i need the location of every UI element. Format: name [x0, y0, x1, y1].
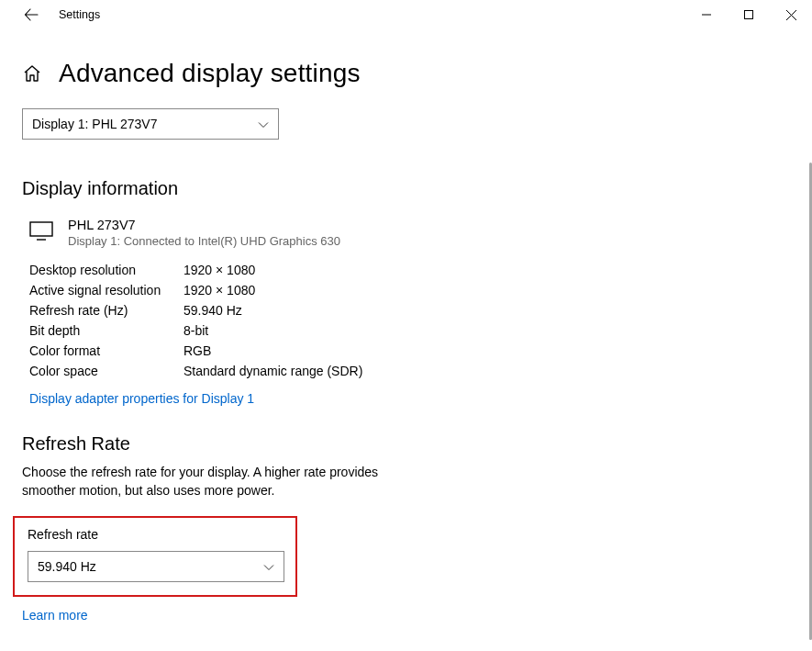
info-value: 59.940 Hz [184, 303, 242, 318]
monitor-row: PHL 273V7 Display 1: Connected to Intel(… [22, 218, 790, 248]
maximize-button[interactable] [728, 1, 770, 28]
page-title: Advanced display settings [59, 59, 361, 88]
info-row: Desktop resolution1920 × 1080 [29, 263, 790, 277]
close-button[interactable] [770, 1, 812, 28]
info-label: Desktop resolution [29, 263, 184, 277]
refresh-rate-description: Choose the refresh rate for your display… [22, 464, 389, 499]
page-header: Advanced display settings [22, 59, 790, 88]
close-icon [786, 10, 796, 20]
info-label: Active signal resolution [29, 283, 184, 297]
monitor-name: PHL 273V7 [68, 218, 340, 232]
info-row: Bit depth8-bit [29, 323, 790, 338]
info-value: 8-bit [184, 323, 208, 338]
refresh-rate-highlight: Refresh rate 59.940 Hz [13, 516, 297, 597]
info-value: Standard dynamic range (SDR) [184, 364, 362, 378]
window-title: Settings [59, 8, 100, 21]
refresh-rate-heading: Refresh Rate [22, 433, 790, 455]
monitor-icon [29, 221, 53, 245]
display-info-table: Desktop resolution1920 × 1080Active sign… [29, 263, 790, 378]
info-value: RGB [184, 343, 211, 358]
info-label: Bit depth [29, 323, 184, 338]
display-info-heading: Display information [22, 178, 790, 199]
display-select-dropdown[interactable]: Display 1: PHL 273V7 [22, 108, 279, 140]
refresh-rate-label: Refresh rate [28, 527, 283, 542]
adapter-properties-link[interactable]: Display adapter properties for Display 1 [29, 391, 790, 406]
info-row: Color formatRGB [29, 343, 790, 358]
info-label: Refresh rate (Hz) [29, 303, 184, 318]
titlebar: Settings [0, 0, 812, 29]
monitor-connection: Display 1: Connected to Intel(R) UHD Gra… [68, 234, 340, 248]
display-select-value: Display 1: PHL 273V7 [32, 117, 157, 131]
refresh-rate-dropdown[interactable]: 59.940 Hz [28, 551, 284, 582]
info-row: Refresh rate (Hz)59.940 Hz [29, 303, 790, 318]
minimize-icon [702, 10, 711, 19]
minimize-button[interactable] [685, 1, 728, 28]
info-value: 1920 × 1080 [184, 263, 255, 277]
content-area: Advanced display settings Display 1: PHL… [0, 29, 812, 623]
chevron-down-icon [263, 559, 274, 574]
scrollbar[interactable] [806, 29, 812, 651]
svg-rect-1 [30, 222, 52, 236]
maximize-icon [744, 10, 753, 19]
info-row: Color spaceStandard dynamic range (SDR) [29, 364, 790, 378]
window-controls [685, 1, 812, 28]
learn-more-link[interactable]: Learn more [22, 608, 790, 623]
home-icon[interactable] [22, 63, 42, 84]
refresh-rate-section: Refresh Rate Choose the refresh rate for… [22, 433, 790, 623]
info-row: Active signal resolution1920 × 1080 [29, 283, 790, 297]
info-label: Color space [29, 364, 184, 378]
refresh-rate-value: 59.940 Hz [38, 559, 96, 574]
chevron-down-icon [258, 117, 269, 131]
back-button[interactable] [18, 2, 44, 28]
info-value: 1920 × 1080 [184, 283, 255, 297]
svg-rect-0 [745, 11, 753, 19]
info-label: Color format [29, 343, 184, 358]
back-arrow-icon [24, 7, 39, 22]
